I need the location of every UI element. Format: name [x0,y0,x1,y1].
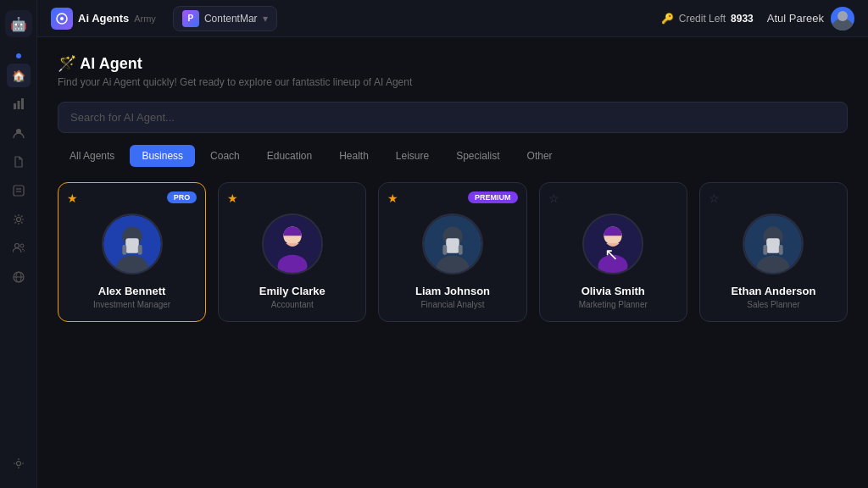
agent-avatar-ethan [743,214,804,274]
agent-name-ethan: Ethan Anderson [731,285,815,297]
sidebar-bottom [7,449,31,478]
star-icon-ethan[interactable]: ☆ [709,191,720,205]
sidebar-item-agents[interactable] [7,121,31,145]
svg-rect-31 [442,245,447,255]
agent-avatar-emily [262,214,323,274]
sidebar-item-chart[interactable] [7,92,31,116]
filter-tabs: All AgentsBusinessCoachEducationHealthLe… [58,145,848,167]
workspace-icon: P [182,10,199,27]
star-icon-emily[interactable]: ★ [227,191,238,205]
workspace-selector[interactable]: P ContentMar ▾ [173,6,277,31]
active-indicator [16,53,21,58]
svg-point-8 [14,244,19,248]
sidebar-item-globe[interactable] [7,265,31,289]
svg-point-17 [837,11,848,21]
agent-card-emily[interactable]: ★ Emily Clarke Accountant [218,182,366,322]
search-input[interactable] [58,102,848,133]
star-icon-olivia[interactable]: ☆ [548,191,559,205]
sidebar-item-home[interactable]: 🏠 [7,64,31,87]
credit-icon: 🔑 [661,13,674,25]
filter-tab-coach[interactable]: Coach [198,145,252,167]
agent-name-alex: Alex Bennett [98,285,165,297]
workspace-initial: P [188,14,194,23]
svg-rect-1 [17,101,19,109]
agent-card-ethan[interactable]: ☆ Ethan Anderson Sales Planner [699,182,848,322]
agent-role-emily: Accountant [271,300,314,309]
svg-rect-40 [764,245,768,255]
filter-tab-specialist[interactable]: Specialist [444,145,511,167]
star-icon-alex[interactable]: ★ [67,191,78,205]
svg-rect-22 [122,245,126,255]
svg-rect-4 [14,186,24,196]
user-info[interactable]: Atul Pareek [767,7,854,30]
agent-role-alex: Investment Manager [93,300,170,309]
filter-tab-business[interactable]: Business [130,145,195,167]
svg-point-13 [16,462,20,466]
agent-avatar-alex [102,214,163,274]
filter-tab-leisure[interactable]: Leisure [384,145,441,167]
sidebar-logo: 🤖 [5,10,32,37]
page-subtitle: Find your Ai Agent quickly! Get ready to… [58,76,848,88]
svg-rect-0 [14,103,16,109]
agent-name-emily: Emily Clarke [259,285,326,297]
filter-tab-health[interactable]: Health [327,145,381,167]
agent-name-olivia: Olivia Smith [581,285,645,297]
badge-liam: Premium [468,191,518,203]
sidebar-item-tasks[interactable] [7,179,31,202]
svg-rect-30 [446,238,459,252]
credit-value: 8933 [731,13,754,25]
svg-rect-21 [125,238,139,252]
app-subtitle: Army [134,14,156,24]
svg-point-15 [60,17,64,20]
agent-role-liam: Financial Analyst [420,300,484,309]
topbar-right: 🔑 Credit Left 8933 Atul Pareek [661,7,854,30]
sidebar-item-settings[interactable] [7,208,31,231]
sidebar-item-files[interactable] [7,150,31,174]
chevron-down-icon: ▾ [263,13,268,25]
badge-alex: Pro [167,191,198,203]
agent-card-olivia[interactable]: ☆ Olivia Smith Marketing Planner ↖ [539,182,687,322]
agent-card-liam[interactable]: ★ Premium Liam Johnson Financial Analyst [378,182,526,322]
sidebar: 🤖 🏠 [0,0,37,488]
app-name: Ai Agents [78,12,129,25]
user-name: Atul Pareek [767,12,824,25]
page-title: 🪄 AI Agent [58,54,848,73]
avatar [831,7,854,30]
sidebar-item-config[interactable] [7,452,31,475]
svg-point-9 [20,244,24,247]
topbar: Ai Agents Army P ContentMar ▾ 🔑 Credit L… [37,0,868,37]
app-logo: Ai Agents Army [51,8,156,30]
svg-rect-32 [459,245,463,255]
main-content: Ai Agents Army P ContentMar ▾ 🔑 Credit L… [37,0,868,488]
logo-icon [51,8,73,30]
sidebar-item-users[interactable] [7,236,31,260]
credit-label: Credit Left [679,13,726,25]
svg-point-7 [16,218,20,222]
svg-rect-23 [137,245,142,255]
filter-tab-all[interactable]: All Agents [58,145,126,167]
agent-avatar-olivia [582,214,643,274]
svg-rect-41 [779,245,783,255]
page-title-text: 🪄 AI Agent [58,54,142,73]
filter-tab-education[interactable]: Education [255,145,324,167]
agent-role-ethan: Sales Planner [747,300,799,309]
credit-info: 🔑 Credit Left 8933 [661,13,754,25]
agents-grid: ★ Pro Alex Bennett Investment Manager ★ … [58,182,848,322]
agent-avatar-liam [422,214,483,274]
page: 🪄 AI Agent Find your Ai Agent quickly! G… [37,37,868,488]
svg-rect-39 [767,238,781,252]
star-icon-liam[interactable]: ★ [387,191,398,205]
agent-card-alex[interactable]: ★ Pro Alex Bennett Investment Manager [58,182,206,322]
filter-tab-other[interactable]: Other [515,145,565,167]
agent-name-liam: Liam Johnson [415,285,490,297]
agent-role-olivia: Marketing Planner [579,300,648,309]
svg-rect-2 [21,98,24,109]
workspace-name: ContentMar [204,13,258,25]
